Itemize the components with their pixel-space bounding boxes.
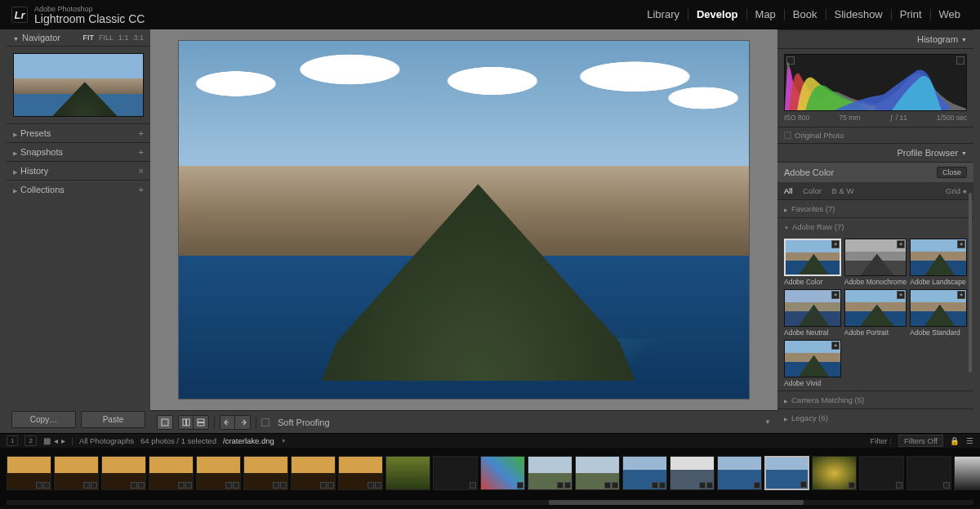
profile-tile-adobe-portrait[interactable]: ★Adobe Portrait bbox=[844, 289, 907, 337]
history-section[interactable]: History× bbox=[7, 161, 150, 180]
swap-after-button[interactable] bbox=[235, 416, 250, 429]
clear-history-button[interactable]: × bbox=[139, 166, 144, 176]
profile-adobe-raw-section[interactable]: Adobe Raw (7) bbox=[777, 217, 973, 235]
screen-2-button[interactable]: 2 bbox=[24, 435, 36, 446]
filmstrip-thumb[interactable] bbox=[812, 456, 857, 490]
profile-label: Adobe Color bbox=[784, 278, 841, 286]
grid-view-icon[interactable]: ▦ bbox=[43, 436, 51, 445]
histogram-header[interactable]: Histogram▼ bbox=[777, 29, 973, 49]
favorite-star-icon[interactable]: ★ bbox=[831, 291, 840, 299]
filmstrip-thumb[interactable] bbox=[338, 456, 383, 490]
favorite-star-icon[interactable]: ★ bbox=[831, 240, 840, 248]
right-panel-scrollbar[interactable] bbox=[969, 193, 972, 373]
filmstrip-thumb[interactable] bbox=[149, 456, 194, 490]
filmstrip[interactable] bbox=[0, 448, 980, 498]
profile-tab-bw[interactable]: B & W bbox=[832, 186, 854, 195]
profile-view-toggle[interactable]: Grid ◆ bbox=[946, 186, 967, 195]
filmstrip-thumb[interactable] bbox=[243, 456, 288, 490]
add-collection-button[interactable]: + bbox=[139, 185, 144, 194]
swap-before-button[interactable] bbox=[220, 416, 235, 429]
navigator-thumbnail[interactable] bbox=[7, 47, 150, 123]
filmstrip-thumb[interactable] bbox=[291, 456, 336, 490]
filmstrip-thumb[interactable] bbox=[954, 456, 980, 490]
zoom-fill[interactable]: FILL bbox=[99, 33, 114, 42]
filmstrip-filename[interactable]: /craterlake.dng bbox=[223, 436, 274, 445]
favorite-star-icon[interactable]: ★ bbox=[897, 240, 905, 248]
profile-tab-color[interactable]: Color bbox=[803, 186, 822, 195]
module-book[interactable]: Book bbox=[785, 9, 826, 20]
module-print[interactable]: Print bbox=[892, 9, 931, 20]
zoom-3to1[interactable]: 3:1 bbox=[133, 33, 144, 42]
module-slideshow[interactable]: Slideshow bbox=[826, 9, 892, 20]
filmstrip-thumb[interactable] bbox=[433, 456, 478, 490]
profile-browser-header[interactable]: Profile Browser▼ bbox=[777, 143, 973, 163]
filmstrip-thumb[interactable] bbox=[859, 456, 904, 490]
profile-close-button[interactable]: Close bbox=[937, 167, 967, 178]
filmstrip-thumb[interactable] bbox=[196, 456, 241, 490]
favorite-star-icon[interactable]: ★ bbox=[957, 240, 965, 248]
right-rail[interactable] bbox=[973, 29, 980, 433]
module-library[interactable]: Library bbox=[639, 9, 688, 20]
favorite-star-icon[interactable]: ★ bbox=[957, 291, 965, 299]
filmstrip-scrollbar[interactable] bbox=[0, 498, 980, 507]
module-web[interactable]: Web bbox=[931, 9, 969, 20]
filmstrip-thumb[interactable] bbox=[622, 456, 667, 490]
prev-photo-icon[interactable]: ◂ bbox=[54, 436, 58, 445]
zoom-1to1[interactable]: 1:1 bbox=[118, 33, 129, 42]
navigator-header[interactable]: Navigator FIT FILL 1:1 3:1 bbox=[7, 29, 150, 47]
filmstrip-thumb[interactable] bbox=[101, 456, 146, 490]
favorite-star-icon[interactable]: ★ bbox=[831, 342, 840, 350]
screen-1-button[interactable]: 1 bbox=[7, 435, 18, 446]
snapshots-section[interactable]: Snapshots+ bbox=[7, 142, 150, 161]
favorite-star-icon[interactable]: ★ bbox=[897, 291, 905, 299]
before-after-tb-button[interactable] bbox=[194, 416, 208, 429]
module-develop[interactable]: Develop bbox=[688, 9, 747, 20]
before-after-lr-button[interactable] bbox=[179, 416, 194, 429]
histogram-chart[interactable] bbox=[784, 54, 967, 111]
filmstrip-thumb[interactable] bbox=[575, 456, 620, 490]
profile-tab-all[interactable]: All bbox=[784, 186, 793, 195]
filmstrip-thumb[interactable] bbox=[480, 456, 525, 490]
collections-section[interactable]: Collections+ bbox=[7, 180, 150, 199]
profile-tile-adobe-standard[interactable]: ★Adobe Standard bbox=[910, 289, 967, 337]
filmstrip-thumb[interactable] bbox=[670, 456, 715, 490]
filmstrip-thumb[interactable] bbox=[717, 456, 762, 490]
profile-tile-adobe-neutral[interactable]: ★Adobe Neutral bbox=[784, 289, 841, 337]
image-stage[interactable] bbox=[150, 29, 777, 410]
filter-menu-icon[interactable]: ☰ bbox=[966, 436, 973, 445]
module-map[interactable]: Map bbox=[747, 9, 785, 20]
original-photo-row[interactable]: Original Photo bbox=[777, 127, 973, 143]
filmstrip-thumb[interactable] bbox=[528, 456, 572, 490]
next-photo-icon[interactable]: ▸ bbox=[61, 436, 65, 445]
filmstrip-thumb[interactable] bbox=[54, 456, 99, 490]
chevron-right-icon bbox=[784, 395, 791, 404]
filter-lock-icon[interactable]: 🔒 bbox=[950, 436, 960, 445]
add-snapshot-button[interactable]: + bbox=[139, 147, 144, 157]
chevron-right-icon bbox=[13, 185, 20, 194]
add-preset-button[interactable]: + bbox=[139, 128, 144, 138]
presets-section[interactable]: Presets+ bbox=[7, 123, 150, 142]
original-photo-checkbox[interactable] bbox=[784, 132, 791, 139]
zoom-fit[interactable]: FIT bbox=[82, 33, 94, 42]
scrollbar-handle[interactable] bbox=[549, 500, 804, 505]
profile-legacy-section[interactable]: Legacy (6) bbox=[777, 409, 973, 426]
filmstrip-breadcrumb[interactable]: All Photographs bbox=[79, 436, 134, 445]
profile-tile-adobe-monochrome[interactable]: ★Adobe Monochrome bbox=[844, 239, 907, 286]
profile-favorites-section[interactable]: Favorites (7) bbox=[777, 199, 973, 217]
filmstrip-thumb[interactable] bbox=[906, 456, 951, 490]
profile-camera-matching-section[interactable]: Camera Matching (5) bbox=[777, 391, 973, 409]
profile-tile-adobe-color[interactable]: ★Adobe Color bbox=[784, 239, 841, 286]
copy-button[interactable]: Copy… bbox=[11, 411, 76, 428]
loupe-view-button[interactable] bbox=[158, 416, 172, 429]
filmstrip-thumb-selected[interactable] bbox=[764, 456, 809, 490]
before-after-toggle bbox=[178, 415, 209, 430]
filmstrip-thumb[interactable] bbox=[385, 456, 430, 490]
filter-value[interactable]: Filters Off bbox=[898, 435, 943, 447]
paste-button[interactable]: Paste bbox=[81, 411, 145, 428]
profile-tile-adobe-landscape[interactable]: ★Adobe Landscape bbox=[910, 239, 967, 286]
profile-tile-adobe-vivid[interactable]: ★Adobe Vivid bbox=[784, 340, 841, 387]
left-rail[interactable] bbox=[0, 29, 7, 433]
soft-proofing-checkbox[interactable] bbox=[261, 418, 270, 426]
filmstrip-thumb[interactable] bbox=[7, 456, 51, 490]
toolbar-options-button[interactable]: ▼ bbox=[764, 418, 771, 426]
